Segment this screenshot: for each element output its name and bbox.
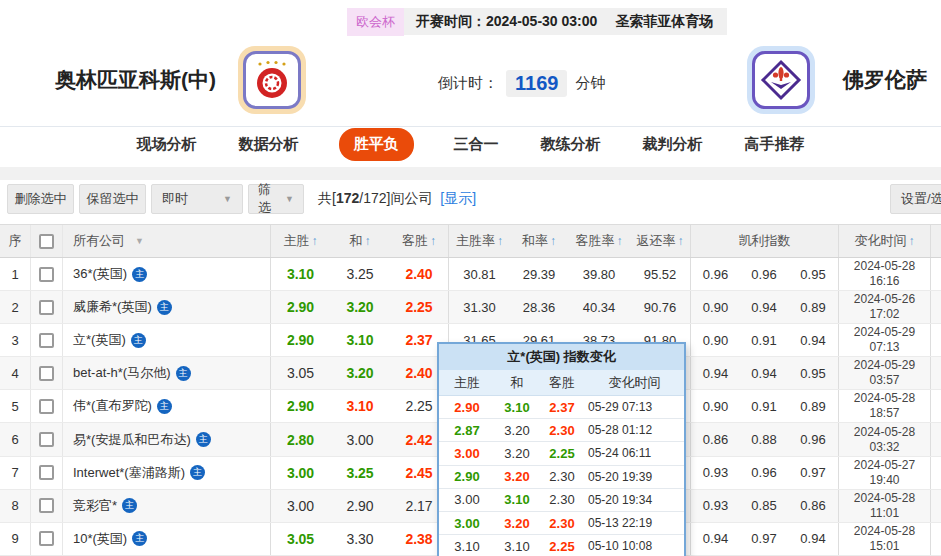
company-cell[interactable]: 易*(安提瓜和巴布达) 主: [62, 423, 270, 455]
company-name[interactable]: Interwet*(塞浦路斯): [73, 464, 185, 482]
filter-dropdown[interactable]: 筛选 ▼: [248, 184, 304, 214]
select-all-checkbox[interactable]: [39, 234, 54, 249]
popup-win-odds: 3.00: [439, 442, 495, 464]
company-cell[interactable]: 立*(英国) 主: [62, 324, 270, 356]
popup-change-time: 05-13 22:19: [585, 512, 684, 534]
company-cell[interactable]: bet-at-h*(马尔他) 主: [62, 357, 270, 389]
company-name[interactable]: 立*(英国): [73, 331, 126, 349]
tab[interactable]: 现场分析: [135, 128, 199, 161]
countdown: 倒计时： 1169 分钟: [438, 70, 605, 97]
company-name[interactable]: 威廉希*(英国): [73, 298, 152, 316]
row-index: 3: [0, 324, 30, 356]
row-index: 1: [0, 258, 30, 290]
host-company-icon: 主: [196, 432, 211, 447]
row-checkbox[interactable]: [39, 333, 54, 348]
change-time: 2024-05-2719:40: [838, 457, 930, 489]
company-name[interactable]: 竞彩官*: [73, 497, 117, 515]
draw-odds: 3.30: [330, 523, 390, 555]
company-cell[interactable]: 10*(英国) 主: [62, 523, 270, 555]
extra-cell: [930, 357, 941, 389]
delete-selected-button[interactable]: 删除选中: [7, 184, 74, 214]
company-name[interactable]: bet-at-h*(马尔他): [73, 364, 171, 382]
col-draw-sort[interactable]: 和↑: [330, 225, 390, 257]
draw-odds: 3.20: [330, 291, 390, 323]
separator-strip: [0, 167, 941, 180]
table-header-row: 序 所有公司▼ 主胜↑ 和↑ 客胜↑ 主胜率↑ 和率↑ 客胜率↑ 返还率↑ 凯利…: [0, 224, 941, 258]
chevron-down-icon: ▼: [223, 194, 232, 204]
keep-selected-button[interactable]: 保留选中: [79, 184, 146, 214]
popup-row: 3.00 3.20 2.25 05-24 06:11: [439, 442, 684, 465]
company-cell[interactable]: 竞彩官* 主: [62, 490, 270, 522]
draw-odds: 3.25: [330, 258, 390, 290]
company-name[interactable]: 伟*(直布罗陀): [73, 397, 152, 415]
live-odds-dropdown[interactable]: 即时 ▼: [151, 184, 243, 214]
kelly-draw: 0.91: [740, 324, 788, 356]
kelly-win: 0.90: [690, 324, 740, 356]
kelly-win: 0.86: [690, 423, 740, 455]
company-cell[interactable]: 伟*(直布罗陀) 主: [62, 390, 270, 422]
change-time: 2024-05-2816:16: [838, 258, 930, 290]
home-team: 奥林匹亚科斯(中): [55, 46, 306, 114]
col-company[interactable]: 所有公司▼: [62, 225, 270, 257]
row-checkbox[interactable]: [39, 465, 54, 480]
row-checkbox[interactable]: [39, 300, 54, 315]
tab[interactable]: 数据分析: [237, 128, 301, 161]
popup-draw-odds: 3.10: [495, 535, 539, 556]
tab[interactable]: 胜平负: [339, 128, 414, 161]
company-cell[interactable]: Interwet*(塞浦路斯) 主: [62, 457, 270, 489]
row-index: 4: [0, 357, 30, 389]
tab[interactable]: 三合一: [452, 128, 501, 161]
kelly-win: 0.90: [690, 291, 740, 323]
countdown-value: 1169: [506, 70, 567, 97]
tab[interactable]: 裁判分析: [641, 128, 705, 161]
row-checkbox[interactable]: [39, 531, 54, 546]
win-rate: 30.81: [448, 258, 510, 290]
sort-up-icon: ↑: [312, 234, 318, 248]
popup-row: 2.90 3.10 2.37 05-29 07:13: [439, 396, 684, 419]
row-checkbox[interactable]: [39, 366, 54, 381]
tab[interactable]: 教练分析: [539, 128, 603, 161]
company-name[interactable]: 10*(英国): [73, 530, 127, 548]
win-odds: 3.00: [270, 457, 330, 489]
countdown-label: 倒计时：: [438, 74, 498, 93]
col-lose-rate-sort[interactable]: 客胜率↑: [568, 225, 630, 257]
kelly-win: 0.93: [690, 457, 740, 489]
win-odds: 2.90: [270, 291, 330, 323]
win-odds: 2.90: [270, 324, 330, 356]
company-name[interactable]: 36*(英国): [73, 265, 127, 283]
company-count: 共[172/172]间公司 [显示]: [318, 190, 476, 208]
row-checkbox[interactable]: [39, 498, 54, 513]
row-checkbox[interactable]: [39, 399, 54, 414]
popup-lose-odds: 2.30: [539, 466, 585, 488]
col-payout-sort[interactable]: 返还率↑: [630, 225, 690, 257]
popup-row: 3.10 3.10 2.25 05-10 10:08: [439, 535, 684, 556]
col-lose-sort[interactable]: 客胜↑: [390, 225, 448, 257]
company-cell[interactable]: 36*(英国) 主: [62, 258, 270, 290]
popup-lose-odds: 2.30: [539, 489, 585, 511]
row-checkbox[interactable]: [39, 432, 54, 447]
popup-row: 2.90 3.20 2.30 05-20 19:39: [439, 466, 684, 489]
host-company-icon: 主: [132, 267, 147, 282]
col-win-rate-sort[interactable]: 主胜率↑: [448, 225, 510, 257]
extra-cell: [930, 390, 941, 422]
settings-select-button[interactable]: 设置/选择: [890, 184, 941, 214]
change-time: 2024-05-2617:02: [838, 291, 930, 323]
col-draw-rate-sort[interactable]: 和率↑: [510, 225, 568, 257]
company-name[interactable]: 易*(安提瓜和巴布达): [73, 431, 191, 449]
row-checkbox[interactable]: [39, 267, 54, 282]
row-index: 2: [0, 291, 30, 323]
kelly-lose: 0.95: [788, 357, 838, 389]
popup-draw-odds: 3.10: [495, 489, 539, 511]
home-team-name: 奥林匹亚科斯(中): [55, 66, 216, 94]
col-win-sort[interactable]: 主胜↑: [270, 225, 330, 257]
company-cell[interactable]: 威廉希*(英国) 主: [62, 291, 270, 323]
popup-lose-odds: 2.30: [539, 512, 585, 534]
popup-lose-odds: 2.25: [539, 535, 585, 556]
extra-cell: [930, 490, 941, 522]
row-index: 8: [0, 490, 30, 522]
popup-row: 3.00 3.20 2.30 05-13 22:19: [439, 512, 684, 535]
kelly-lose: 0.96: [788, 423, 838, 455]
col-time-sort[interactable]: 变化时间↑: [838, 225, 930, 257]
tab[interactable]: 高手推荐: [743, 128, 807, 161]
show-link[interactable]: [显示]: [440, 190, 476, 206]
